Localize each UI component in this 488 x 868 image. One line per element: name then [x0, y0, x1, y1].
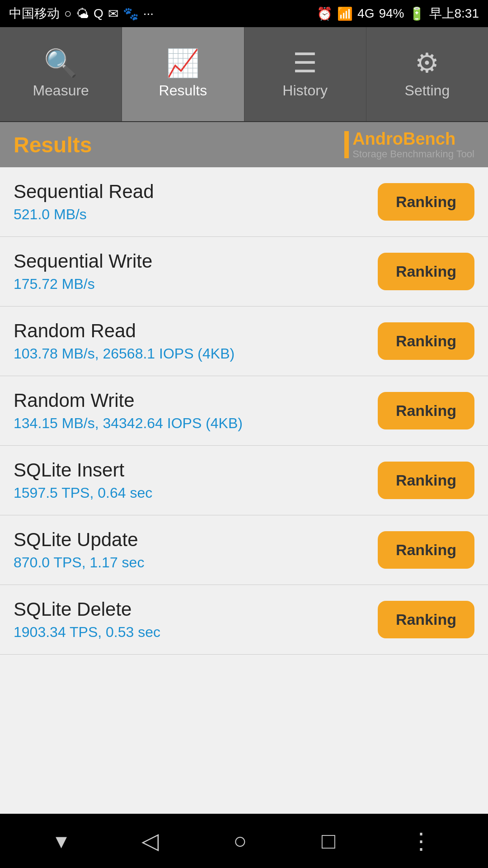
nav-bar: ▾ ◁ ○ □ ⋮ [0, 814, 488, 868]
result-value-sqlite-delete: 1903.34 TPS, 0.53 sec [14, 624, 160, 641]
brand-name-part2: Bench [403, 129, 455, 148]
result-info-random-read: Random Read 103.78 MB/s, 26568.1 IOPS (4… [14, 320, 235, 362]
app-icon-3: 🐾 [123, 6, 139, 21]
ranking-btn-sequential-write[interactable]: Ranking [378, 253, 474, 290]
results-title: Results [14, 132, 92, 157]
app-icon-2: ✉ [108, 6, 118, 21]
result-name-sequential-write: Sequential Write [14, 250, 152, 272]
more-icon: ··· [143, 6, 154, 21]
brand-subtitle: Storage Benchmarking Tool [352, 149, 474, 160]
result-name-sqlite-delete: SQLite Delete [14, 599, 160, 620]
status-bar: 中国移动 ○ 🌤 Q ✉ 🐾 ··· ⏰ 📶 4G 94% 🔋 早上8:31 [0, 0, 488, 27]
tab-setting[interactable]: ⚙ Setting [366, 27, 488, 121]
tab-measure-label: Measure [33, 82, 89, 99]
ranking-btn-sqlite-insert[interactable]: Ranking [378, 462, 474, 499]
result-value-sqlite-update: 870.0 TPS, 1.17 sec [14, 554, 144, 571]
result-value-sqlite-insert: 1597.5 TPS, 0.64 sec [14, 485, 152, 501]
result-sqlite-insert: SQLite Insert 1597.5 TPS, 0.64 sec Ranki… [0, 446, 488, 515]
result-info-sequential-read: Sequential Read 521.0 MB/s [14, 181, 154, 223]
nav-recent-icon[interactable]: □ [322, 828, 335, 854]
battery-percent: 94% [379, 6, 404, 21]
tab-measure[interactable]: 🔍 Measure [0, 27, 122, 121]
status-left: 中国移动 ○ 🌤 Q ✉ 🐾 ··· [9, 5, 154, 22]
tab-bar: 🔍 Measure 📈 Results ☰ History ⚙ Setting [0, 27, 488, 122]
result-name-sqlite-insert: SQLite Insert [14, 459, 152, 481]
ranking-btn-random-read[interactable]: Ranking [378, 322, 474, 360]
ranking-btn-sqlite-delete[interactable]: Ranking [378, 601, 474, 638]
time: 早上8:31 [429, 5, 479, 22]
result-value-sequential-write: 175.72 MB/s [14, 276, 152, 292]
results-header: Results AndroBench Storage Benchmarking … [0, 122, 488, 167]
result-info-sqlite-delete: SQLite Delete 1903.34 TPS, 0.53 sec [14, 599, 160, 641]
ranking-btn-sequential-read[interactable]: Ranking [378, 183, 474, 221]
result-info-sqlite-insert: SQLite Insert 1597.5 TPS, 0.64 sec [14, 459, 152, 501]
app-icon-1: Q [94, 6, 103, 21]
result-sequential-read: Sequential Read 521.0 MB/s Ranking [0, 167, 488, 237]
setting-icon: ⚙ [415, 50, 439, 77]
tab-history-label: History [282, 82, 328, 99]
measure-icon: 🔍 [44, 50, 78, 77]
results-list: Sequential Read 521.0 MB/s Ranking Seque… [0, 167, 488, 814]
nav-home-icon[interactable]: ○ [233, 828, 247, 854]
brand-text: AndroBench Storage Benchmarking Tool [352, 130, 474, 160]
nav-dropdown-icon[interactable]: ▾ [56, 828, 67, 854]
tab-setting-label: Setting [405, 82, 450, 99]
nav-back-icon[interactable]: ◁ [141, 828, 159, 854]
result-name-sqlite-update: SQLite Update [14, 529, 144, 551]
result-sqlite-delete: SQLite Delete 1903.34 TPS, 0.53 sec Rank… [0, 585, 488, 655]
brand-name-part1: Andro [352, 129, 403, 148]
signal-4g: 4G [357, 6, 374, 21]
result-sqlite-update: SQLite Update 870.0 TPS, 1.17 sec Rankin… [0, 515, 488, 585]
tab-results[interactable]: 📈 Results [122, 27, 244, 121]
result-name-random-read: Random Read [14, 320, 235, 342]
result-info-sqlite-update: SQLite Update 870.0 TPS, 1.17 sec [14, 529, 144, 571]
history-icon: ☰ [293, 50, 317, 77]
result-value-random-write: 134.15 MB/s, 34342.64 IOPS (4KB) [14, 415, 243, 432]
ranking-btn-sqlite-update[interactable]: Ranking [378, 531, 474, 569]
results-icon: 📈 [166, 50, 200, 77]
status-right: ⏰ 📶 4G 94% 🔋 早上8:31 [317, 5, 479, 22]
result-info-random-write: Random Write 134.15 MB/s, 34342.64 IOPS … [14, 390, 243, 432]
weather-icon: 🌤 [76, 6, 89, 21]
result-name-random-write: Random Write [14, 390, 243, 411]
result-random-write: Random Write 134.15 MB/s, 34342.64 IOPS … [0, 376, 488, 446]
result-name-sequential-read: Sequential Read [14, 181, 154, 203]
result-sequential-write: Sequential Write 175.72 MB/s Ranking [0, 237, 488, 307]
result-random-read: Random Read 103.78 MB/s, 26568.1 IOPS (4… [0, 307, 488, 376]
result-value-sequential-read: 521.0 MB/s [14, 206, 154, 223]
alarm-icon: ⏰ [317, 6, 333, 21]
nav-more-icon[interactable]: ⋮ [410, 828, 432, 854]
brand-name: AndroBench [352, 130, 474, 149]
wifi-icon: 📶 [337, 6, 353, 21]
carrier: 中国移动 [9, 5, 60, 22]
tab-history[interactable]: ☰ History [244, 27, 366, 121]
carrier-icon: ○ [64, 6, 72, 21]
tab-results-label: Results [159, 82, 207, 99]
brand-bar [344, 131, 349, 158]
brand-logo: AndroBench Storage Benchmarking Tool [344, 130, 474, 160]
result-value-random-read: 103.78 MB/s, 26568.1 IOPS (4KB) [14, 345, 235, 362]
ranking-btn-random-write[interactable]: Ranking [378, 392, 474, 429]
battery-icon: 🔋 [409, 6, 425, 21]
result-info-sequential-write: Sequential Write 175.72 MB/s [14, 250, 152, 292]
